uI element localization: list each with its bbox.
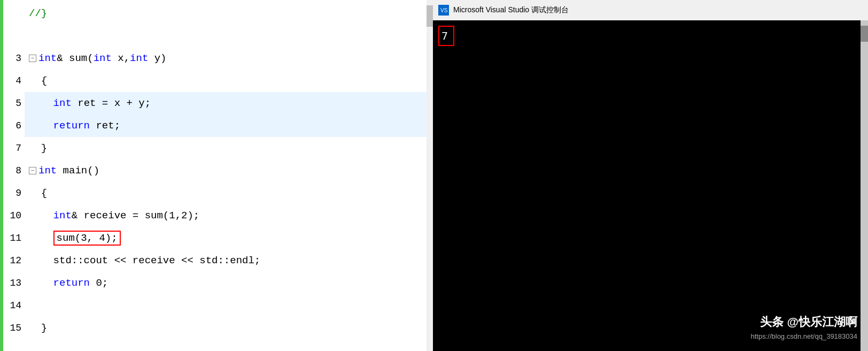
code-line-14: [25, 294, 427, 317]
line-number-13: 13: [3, 272, 25, 294]
output-value: 7: [438, 26, 454, 46]
line-number-6: 6: [3, 115, 25, 137]
code-line-11: sum(3, 4);: [25, 227, 427, 249]
line-number-2: [3, 25, 25, 47]
code-line-1: //}: [25, 2, 427, 25]
code-line-8: −int main(): [25, 159, 427, 182]
code-line-13: return 0;: [25, 272, 427, 294]
watermark-sub: https://blog.csdn.net/qq_39183034: [751, 332, 858, 340]
line-numbers: 3456789101112131415: [3, 0, 25, 351]
code-line-2: [25, 25, 427, 47]
line-number-1: [3, 2, 25, 25]
code-line-15: }: [25, 317, 427, 339]
debug-output-area: 7 头条 @快乐江湖啊 https://blog.csdn.net/qq_391…: [433, 20, 868, 351]
code-line-10: int& receive = sum(1,2);: [25, 204, 427, 227]
line-number-15: 15: [3, 317, 25, 339]
line-number-4: 4: [3, 70, 25, 92]
line-number-10: 10: [3, 204, 25, 227]
code-content: //}−int& sum(int x,int y) { int ret = x …: [25, 0, 427, 351]
code-editor-panel: 3456789101112131415 //}−int& sum(int x,i…: [0, 0, 433, 351]
debug-titlebar: VS Microsoft Visual Studio 调试控制台: [433, 0, 868, 20]
collapse-icon[interactable]: −: [29, 55, 36, 62]
vs-icon: VS: [438, 5, 449, 16]
line-number-11: 11: [3, 227, 25, 249]
svg-text:VS: VS: [440, 7, 448, 13]
line-number-3: 3: [3, 47, 25, 70]
debug-title: Microsoft Visual Studio 调试控制台: [453, 5, 569, 15]
code-line-3: −int& sum(int x,int y): [25, 47, 427, 70]
code-scrollbar-thumb[interactable]: [427, 5, 433, 27]
debug-scrollbar[interactable]: [861, 20, 868, 351]
code-line-12: std::cout << receive << std::endl;: [25, 249, 427, 272]
debug-scrollbar-thumb[interactable]: [861, 26, 868, 42]
watermark: 头条 @快乐江湖啊 https://blog.csdn.net/qq_39183…: [751, 314, 858, 340]
line-number-12: 12: [3, 249, 25, 272]
code-line-9: {: [25, 182, 427, 204]
debug-console-panel: VS Microsoft Visual Studio 调试控制台 7 头条 @快…: [433, 0, 868, 351]
collapse-icon[interactable]: −: [29, 167, 36, 174]
code-line-6: return ret;: [25, 115, 427, 137]
line-number-8: 8: [3, 159, 25, 182]
line-number-7: 7: [3, 137, 25, 159]
code-line-5: int ret = x + y;: [25, 92, 427, 115]
output-line-7: 7: [438, 26, 863, 46]
watermark-main: 头条 @快乐江湖啊: [760, 314, 857, 330]
code-scrollbar[interactable]: [427, 0, 433, 351]
line-number-9: 9: [3, 182, 25, 204]
red-highlighted-code: sum(3, 4);: [53, 231, 121, 246]
line-number-14: 14: [3, 294, 25, 317]
code-line-7: }: [25, 137, 427, 159]
code-line-4: {: [25, 70, 427, 92]
line-number-5: 5: [3, 92, 25, 115]
